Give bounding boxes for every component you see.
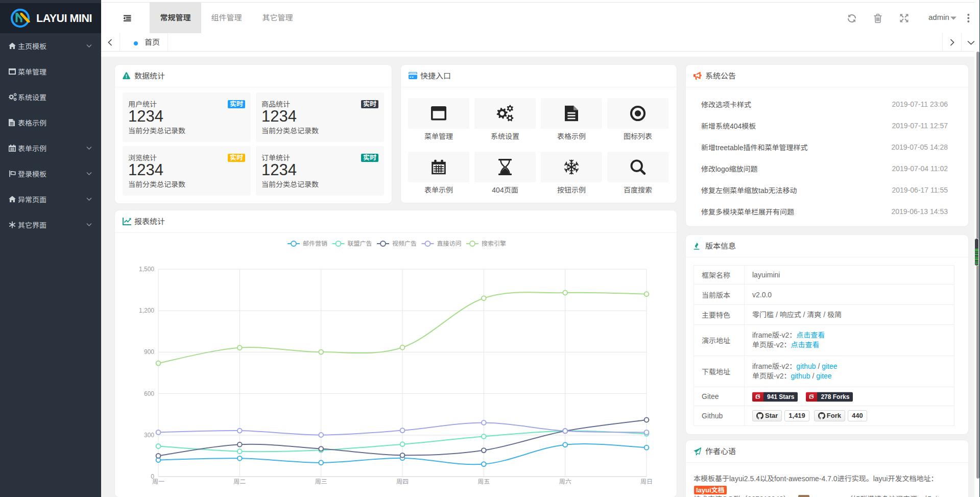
svg-text:1,200: 1,200: [139, 307, 154, 314]
svg-text:600: 600: [144, 390, 154, 397]
svg-text:周二: 周二: [233, 478, 246, 485]
svg-text:周六: 周六: [559, 478, 571, 485]
svg-text:900: 900: [144, 348, 154, 356]
svg-text:联盟广告: 联盟广告: [348, 240, 372, 247]
svg-text:周四: 周四: [396, 478, 409, 485]
svg-text:300: 300: [144, 432, 154, 439]
svg-text:1,500: 1,500: [139, 266, 154, 273]
svg-text:邮件营销: 邮件营销: [303, 240, 327, 247]
svg-text:搜索引擎: 搜索引擎: [482, 240, 506, 247]
svg-text:周三: 周三: [315, 478, 327, 485]
svg-text:周一: 周一: [152, 478, 164, 485]
svg-text:周日: 周日: [640, 478, 653, 485]
svg-text:周五: 周五: [477, 478, 490, 485]
svg-text:直接访问: 直接访问: [437, 240, 462, 247]
svg-text:视频广告: 视频广告: [392, 240, 417, 247]
